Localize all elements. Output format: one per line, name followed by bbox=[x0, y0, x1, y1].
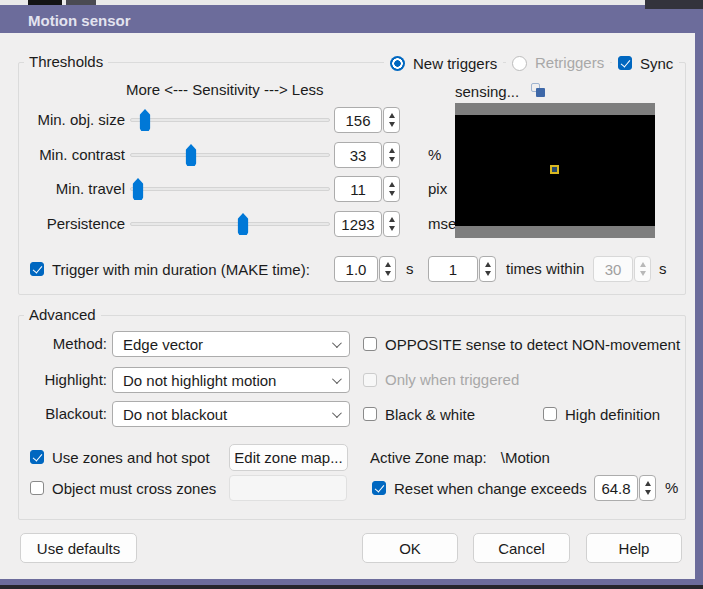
spin-down-icon[interactable] bbox=[389, 191, 395, 196]
reset-threshold-value[interactable]: 64.8 bbox=[594, 475, 638, 501]
min-contrast-slider[interactable] bbox=[130, 142, 330, 168]
checkbox-checked-icon[interactable] bbox=[372, 481, 386, 495]
persistence-value[interactable]: 1293 bbox=[334, 211, 382, 237]
spin-buttons[interactable] bbox=[383, 211, 400, 237]
spin-buttons[interactable] bbox=[383, 176, 400, 202]
min-obj-size-slider[interactable] bbox=[130, 107, 330, 133]
slider-track[interactable] bbox=[130, 187, 330, 191]
spin-up-icon[interactable] bbox=[389, 148, 395, 153]
background-window-fragment bbox=[645, 0, 703, 9]
trigger-min-duration-checkbox[interactable]: Trigger with min duration (MAKE time): bbox=[30, 259, 310, 279]
checkbox-unchecked-icon[interactable] bbox=[543, 407, 557, 421]
spin-up-icon[interactable] bbox=[645, 481, 651, 486]
slider-track[interactable] bbox=[130, 153, 330, 157]
min-travel-value[interactable]: 11 bbox=[334, 176, 382, 202]
object-cross-zones-checkbox[interactable]: Object must cross zones bbox=[30, 478, 216, 498]
sync-label: Sync bbox=[640, 55, 673, 72]
highlight-label: Highlight: bbox=[0, 370, 107, 390]
edit-zone-map-button[interactable]: Edit zone map... bbox=[229, 444, 348, 471]
blackout-label: Blackout: bbox=[0, 404, 107, 424]
spin-down-icon[interactable] bbox=[385, 271, 391, 276]
spin-up-icon[interactable] bbox=[485, 262, 491, 267]
slider-track[interactable] bbox=[130, 118, 330, 122]
sensing-label: sensing... bbox=[455, 82, 519, 102]
count-spinner[interactable]: 1 bbox=[428, 256, 496, 282]
min-obj-size-spinner[interactable]: 156 bbox=[334, 107, 400, 133]
use-defaults-label: Use defaults bbox=[37, 540, 120, 557]
spin-buttons[interactable] bbox=[383, 107, 400, 133]
cancel-label: Cancel bbox=[498, 540, 545, 557]
spin-down-icon[interactable] bbox=[485, 271, 491, 276]
highlight-dropdown[interactable]: Do not highlight motion bbox=[112, 367, 350, 393]
reset-when-change-checkbox[interactable]: Reset when change exceeds bbox=[372, 478, 587, 498]
sensitivity-header: More <--- Sensitivity ---> Less bbox=[126, 80, 324, 100]
persistence-slider[interactable] bbox=[130, 211, 330, 237]
checkbox-unchecked-icon[interactable] bbox=[363, 337, 377, 351]
checkbox-checked-icon[interactable] bbox=[618, 56, 632, 70]
only-when-triggered-checkbox: Only when triggered bbox=[363, 370, 519, 390]
spin-buttons[interactable] bbox=[639, 475, 656, 501]
spin-down-icon[interactable] bbox=[645, 490, 651, 495]
checkbox-disabled-icon bbox=[363, 373, 377, 387]
cross-zones-input-disabled bbox=[229, 475, 347, 501]
copy-icon[interactable] bbox=[531, 83, 547, 99]
use-zones-label: Use zones and hot spot bbox=[52, 449, 210, 466]
ok-button[interactable]: OK bbox=[362, 533, 458, 563]
spin-up-icon[interactable] bbox=[385, 262, 391, 267]
checkbox-checked-icon[interactable] bbox=[30, 262, 44, 276]
slider-thumb[interactable] bbox=[140, 109, 151, 131]
checkbox-unchecked-icon[interactable] bbox=[363, 407, 377, 421]
duration-value[interactable]: 1.0 bbox=[334, 256, 378, 282]
radio-selected-icon[interactable] bbox=[390, 56, 405, 71]
spin-buttons[interactable] bbox=[379, 256, 396, 282]
retriggers-radio[interactable]: Retriggers bbox=[506, 53, 610, 73]
slider-track[interactable] bbox=[130, 222, 330, 226]
spin-down-icon[interactable] bbox=[389, 157, 395, 162]
spin-down-icon bbox=[640, 271, 646, 276]
duration-spinner[interactable]: 1.0 bbox=[334, 256, 396, 282]
help-button[interactable]: Help bbox=[586, 533, 682, 563]
black-white-checkbox[interactable]: Black & white bbox=[363, 404, 475, 424]
spin-up-icon[interactable] bbox=[389, 113, 395, 118]
active-zone-map: Active Zone map: \Motion bbox=[370, 447, 550, 467]
slider-thumb[interactable] bbox=[186, 144, 197, 166]
spin-up-icon[interactable] bbox=[389, 182, 395, 187]
thresholds-group-label: Thresholds bbox=[24, 53, 108, 71]
duration-unit: s bbox=[406, 259, 414, 279]
spin-buttons[interactable] bbox=[479, 256, 496, 282]
use-zones-checkbox[interactable]: Use zones and hot spot bbox=[30, 447, 210, 467]
min-contrast-spinner[interactable]: 33 bbox=[334, 142, 400, 168]
high-definition-checkbox[interactable]: High definition bbox=[543, 404, 660, 424]
min-travel-slider[interactable] bbox=[130, 176, 330, 202]
blackout-dropdown[interactable]: Do not blackout bbox=[112, 401, 350, 427]
checkbox-unchecked-icon[interactable] bbox=[30, 481, 44, 495]
sync-checkbox[interactable]: Sync bbox=[612, 53, 679, 73]
retriggers-label: Retriggers bbox=[535, 53, 604, 73]
persistence-spinner[interactable]: 1293 bbox=[334, 211, 400, 237]
method-label: Method: bbox=[0, 334, 107, 354]
min-travel-spinner[interactable]: 11 bbox=[334, 176, 400, 202]
cancel-button[interactable]: Cancel bbox=[473, 533, 570, 563]
slider-thumb[interactable] bbox=[133, 178, 144, 200]
spin-buttons[interactable] bbox=[383, 142, 400, 168]
spin-down-icon[interactable] bbox=[389, 122, 395, 127]
new-triggers-label: New triggers bbox=[413, 55, 497, 72]
min-obj-size-value[interactable]: 156 bbox=[334, 107, 382, 133]
method-dropdown[interactable]: Edge vector bbox=[112, 331, 350, 357]
new-triggers-radio[interactable]: New triggers bbox=[384, 53, 503, 73]
min-contrast-value[interactable]: 33 bbox=[334, 142, 382, 168]
count-value[interactable]: 1 bbox=[428, 256, 478, 282]
help-label: Help bbox=[619, 540, 650, 557]
use-defaults-button[interactable]: Use defaults bbox=[20, 533, 137, 563]
method-value: Edge vector bbox=[123, 336, 203, 353]
blackout-value: Do not blackout bbox=[123, 406, 227, 423]
sensing-preview bbox=[455, 103, 655, 238]
opposite-sense-checkbox[interactable]: OPPOSITE sense to detect NON-movement bbox=[363, 334, 680, 354]
spin-down-icon[interactable] bbox=[389, 226, 395, 231]
chevron-down-icon bbox=[332, 374, 342, 384]
slider-thumb[interactable] bbox=[238, 213, 249, 235]
spin-buttons bbox=[634, 256, 651, 282]
reset-threshold-spinner[interactable]: 64.8 bbox=[594, 475, 656, 501]
spin-up-icon[interactable] bbox=[389, 217, 395, 222]
checkbox-checked-icon[interactable] bbox=[30, 450, 44, 464]
